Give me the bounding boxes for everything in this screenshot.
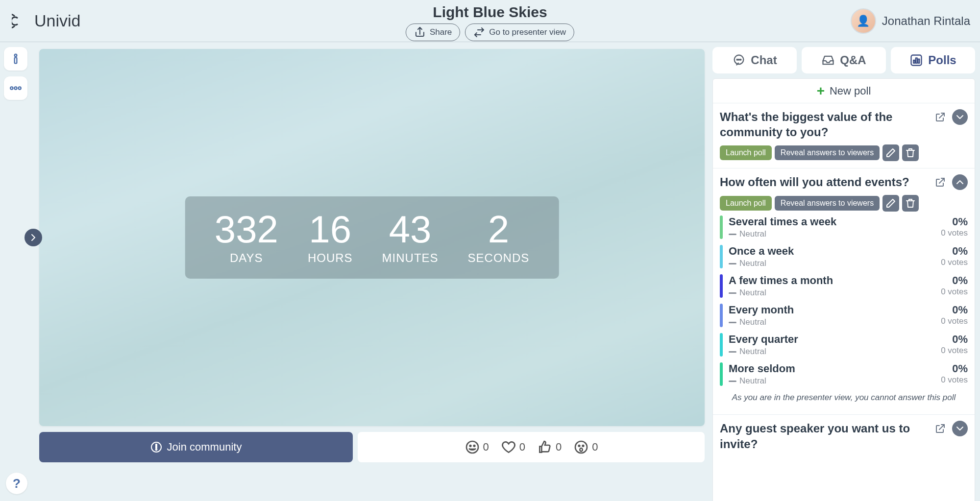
- svg-point-12: [579, 445, 580, 447]
- chat-icon: [732, 53, 746, 67]
- tab-chat[interactable]: Chat: [712, 47, 797, 73]
- thumbs-up-icon: [537, 439, 553, 455]
- svg-point-7: [155, 449, 157, 451]
- option-sentiment: Neutral: [729, 317, 941, 327]
- share-icon: [414, 26, 426, 38]
- countdown-minutes-value: 43: [382, 210, 439, 248]
- tab-polls[interactable]: Polls: [891, 47, 975, 73]
- react-heart[interactable]: 0: [501, 439, 525, 455]
- svg-point-0: [15, 54, 17, 57]
- launch-poll-button[interactable]: Launch poll: [720, 145, 772, 160]
- option-sentiment: Neutral: [729, 288, 941, 298]
- reveal-answers-button[interactable]: Reveal answers to viewers: [775, 145, 880, 160]
- trash-icon: [905, 197, 916, 209]
- right-panel: Chat Q&A Polls + New poll What's the big…: [712, 47, 975, 501]
- reveal-answers-button[interactable]: Reveal answers to viewers: [775, 196, 880, 211]
- delete-poll-button[interactable]: [902, 144, 919, 161]
- option-votes: 0 votes: [941, 258, 968, 267]
- presenter-cannot-vote-note: As you are in the presenter view, you ca…: [720, 388, 968, 407]
- option-votes: 0 votes: [941, 346, 968, 356]
- countdown-minutes-label: MINUTES: [382, 251, 439, 265]
- option-color-bar: [720, 333, 723, 357]
- join-community-button[interactable]: Join community: [39, 432, 353, 462]
- option-label: Once a week: [729, 245, 941, 258]
- reactions-bar: 0 0 0 0: [358, 432, 705, 462]
- option-percent: 0%: [941, 333, 968, 346]
- option-votes: 0 votes: [941, 287, 968, 297]
- poll-item: How often will you attend events? Launch…: [713, 168, 975, 415]
- svg-point-16: [737, 59, 738, 60]
- external-link-icon: [934, 423, 946, 434]
- expand-stage-button[interactable]: [24, 229, 42, 246]
- countdown-seconds-label: SECONDS: [468, 251, 530, 265]
- external-link-icon: [934, 176, 946, 188]
- option-label: Every quarter: [729, 333, 941, 346]
- svg-point-17: [738, 59, 739, 60]
- option-label: More seldom: [729, 362, 941, 375]
- edit-icon: [885, 147, 897, 159]
- poll-option[interactable]: Several times a week Neutral 0% 0 votes: [720, 212, 968, 241]
- open-external-button[interactable]: [932, 421, 948, 436]
- option-sentiment: Neutral: [729, 229, 941, 239]
- poll-question: What's the biggest value of the communit…: [720, 109, 928, 140]
- collapse-toggle-button[interactable]: [952, 174, 968, 190]
- edit-poll-button[interactable]: [882, 144, 899, 161]
- user-name: Jonathan Rintala: [882, 14, 970, 28]
- option-color-bar: [720, 245, 723, 268]
- option-percent: 0%: [941, 245, 968, 258]
- option-color-bar: [720, 215, 723, 239]
- open-external-button[interactable]: [932, 109, 948, 125]
- poll-item: Any guest speaker you want us to invite?: [713, 415, 975, 458]
- user-avatar[interactable]: 👤: [851, 8, 876, 34]
- react-thumbs-up[interactable]: 0: [537, 439, 562, 455]
- countdown-timer: 332 DAYS 16 HOURS 43 MINUTES 2 SECONDS: [185, 196, 559, 279]
- chevron-down-icon: [954, 423, 966, 434]
- univid-logo-icon: [12, 11, 31, 31]
- open-external-button[interactable]: [932, 174, 948, 190]
- option-percent: 0%: [941, 215, 968, 228]
- svg-rect-1: [15, 58, 17, 64]
- presenter-view-button[interactable]: Go to presenter view: [465, 24, 574, 41]
- left-rail: [4, 47, 27, 100]
- react-wow[interactable]: 0: [573, 439, 598, 455]
- plus-icon: +: [817, 83, 825, 99]
- option-percent: 0%: [941, 274, 968, 287]
- svg-point-4: [19, 87, 21, 89]
- poll-icon: [909, 53, 923, 67]
- more-icon[interactable]: [4, 76, 27, 100]
- option-percent: 0%: [941, 304, 968, 316]
- poll-question: How often will you attend events?: [720, 174, 928, 190]
- edit-poll-button[interactable]: [882, 195, 899, 212]
- brand-logo: Univid: [12, 11, 80, 31]
- tab-qa[interactable]: Q&A: [802, 47, 886, 73]
- stage-bottom-bar: Join community 0 0 0 0: [39, 432, 705, 462]
- countdown-seconds-value: 2: [468, 210, 530, 248]
- option-sentiment: Neutral: [729, 347, 941, 357]
- share-button[interactable]: Share: [406, 24, 460, 41]
- collapse-toggle-button[interactable]: [952, 109, 968, 125]
- new-poll-button[interactable]: + New poll: [713, 79, 975, 103]
- swap-icon: [473, 26, 485, 38]
- header-center: Light Blue Skies Share Go to presenter v…: [406, 4, 574, 41]
- launch-poll-button[interactable]: Launch poll: [720, 196, 772, 211]
- session-title: Light Blue Skies: [406, 4, 574, 21]
- wow-icon: [573, 439, 589, 455]
- chevron-up-icon: [954, 176, 966, 188]
- option-votes: 0 votes: [941, 375, 968, 385]
- poll-option[interactable]: More seldom Neutral 0% 0 votes: [720, 358, 968, 388]
- svg-point-13: [583, 445, 584, 447]
- react-laugh[interactable]: 0: [465, 439, 489, 455]
- poll-option[interactable]: A few times a month Neutral 0% 0 votes: [720, 270, 968, 300]
- poll-option[interactable]: Every month Neutral 0% 0 votes: [720, 300, 968, 329]
- polls-panel: + New poll What's the biggest value of t…: [712, 78, 975, 501]
- help-button[interactable]: ?: [6, 473, 27, 494]
- poll-option[interactable]: Once a week Neutral 0% 0 votes: [720, 241, 968, 270]
- delete-poll-button[interactable]: [902, 195, 919, 212]
- svg-point-10: [473, 445, 475, 447]
- option-votes: 0 votes: [941, 316, 968, 326]
- info-icon[interactable]: [4, 47, 27, 71]
- collapse-toggle-button[interactable]: [952, 421, 968, 436]
- panel-tabs: Chat Q&A Polls: [712, 47, 975, 73]
- poll-option[interactable]: Every quarter Neutral 0% 0 votes: [720, 329, 968, 358]
- countdown-hours-value: 16: [308, 210, 353, 248]
